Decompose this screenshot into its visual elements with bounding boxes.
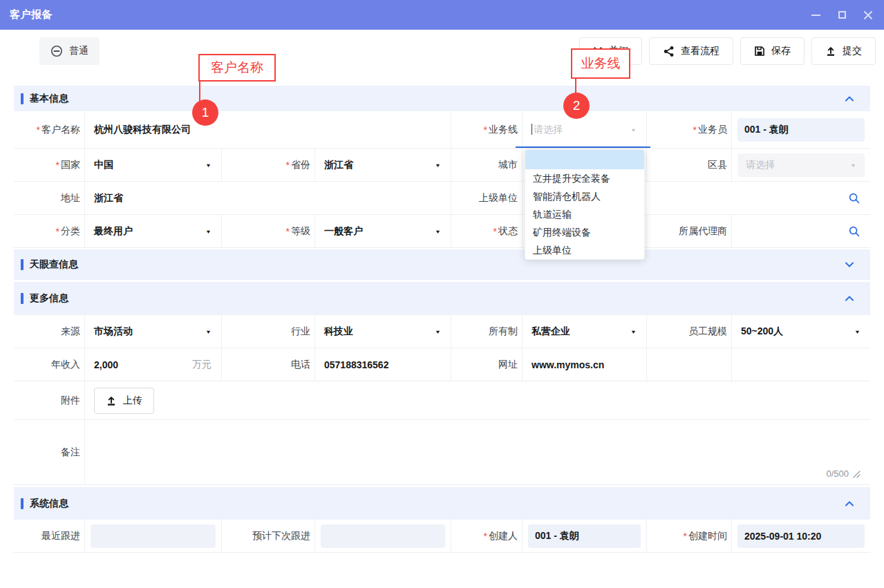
created-time-input[interactable]: 2025-09-01 10:20 xyxy=(737,524,865,548)
view-flow-button-label: 查看流程 xyxy=(681,45,720,57)
dropdown-option[interactable]: 上级单位 xyxy=(525,241,644,259)
status-label: *状态 xyxy=(451,215,522,247)
section-title: 基本信息 xyxy=(30,93,68,105)
view-flow-button[interactable]: 查看流程 xyxy=(649,37,733,65)
staff-size-select[interactable]: 50~200人▼ xyxy=(732,325,870,338)
district-select[interactable]: 请选择▼ xyxy=(737,153,865,177)
minimize-icon[interactable] xyxy=(811,10,820,20)
chevron-down-icon[interactable] xyxy=(844,259,855,270)
annual-income-label: 年收入 xyxy=(14,348,84,381)
salesman-input[interactable]: 001 - 袁朗 xyxy=(737,118,865,142)
creator-label: *创建人 xyxy=(451,520,522,552)
category-label: *分类 xyxy=(14,215,84,247)
creator-input[interactable]: 001 - 袁朗 xyxy=(528,524,641,548)
province-select[interactable]: 浙江省▼ xyxy=(315,159,451,171)
source-cell: 市场活动▼ xyxy=(84,315,221,348)
customer-name-value[interactable]: 杭州八骏科技有限公司 xyxy=(84,111,451,148)
attachment-label: 附件 xyxy=(14,381,84,419)
agent-label: 所属代理商 xyxy=(646,215,731,247)
form-row-attachment: 附件 上传 xyxy=(14,381,870,420)
business-line-label: *业务线 xyxy=(451,111,522,148)
next-follow-input[interactable] xyxy=(321,524,445,548)
district-label: 区县 xyxy=(646,149,731,181)
window-close-icon[interactable] xyxy=(863,10,873,20)
window-titlebar: 客户报备 xyxy=(0,0,884,30)
grade-label: *等级 xyxy=(221,215,314,247)
country-label: *国家 xyxy=(14,149,84,181)
ownership-cell: 私营企业▼ xyxy=(522,315,646,348)
industry-select[interactable]: 科技业▼ xyxy=(315,325,451,338)
source-select[interactable]: 市场活动▼ xyxy=(85,325,221,338)
income-unit: 万元 xyxy=(192,359,211,371)
section-header-more-info: 更多信息 xyxy=(14,282,870,315)
next-follow-cell xyxy=(314,520,451,552)
address-value[interactable]: 浙江省 xyxy=(84,182,451,214)
dropdown-arrow-icon: ▼ xyxy=(435,328,441,334)
staff-size-label: 员工规模 xyxy=(646,315,731,348)
save-icon xyxy=(754,46,765,57)
upload-icon xyxy=(825,46,836,57)
form-row-system: 最近跟进 预计下次跟进 *创建人 001 - 袁朗 *创建时间 2025-09-… xyxy=(14,520,870,553)
dropdown-arrow-icon: ▼ xyxy=(850,162,856,168)
district-cell: 请选择▼ xyxy=(731,149,870,181)
chevron-up-icon[interactable] xyxy=(844,93,855,104)
phone-value[interactable]: 057188316562 xyxy=(314,348,451,381)
dropdown-arrow-icon: ▼ xyxy=(205,328,211,334)
category-select[interactable]: 最终用户▼ xyxy=(85,225,221,238)
remark-textarea[interactable]: 0/500 xyxy=(84,420,870,484)
search-icon[interactable] xyxy=(848,192,861,205)
upload-button[interactable]: 上传 xyxy=(94,388,154,414)
maximize-icon[interactable] xyxy=(837,10,847,20)
ownership-select[interactable]: 私营企业▼ xyxy=(523,325,646,338)
dropdown-option[interactable]: 智能清仓机器人 xyxy=(525,187,644,205)
dropdown-arrow-icon: ▼ xyxy=(205,162,211,168)
agent-cell[interactable] xyxy=(731,215,870,247)
next-follow-label: 预计下次跟进 xyxy=(221,520,314,552)
last-follow-input[interactable] xyxy=(91,524,216,548)
resize-handle-icon[interactable] xyxy=(852,470,861,478)
customer-report-window: 客户报备 普通 关闭 查看流程 xyxy=(0,0,884,588)
province-cell: 浙江省▼ xyxy=(314,149,451,181)
annual-income-cell[interactable]: 2,000万元 xyxy=(84,348,221,381)
customer-name-label: *客户名称 xyxy=(14,111,84,148)
country-select[interactable]: 中国▼ xyxy=(85,159,221,171)
type-tag-label: 普通 xyxy=(69,45,88,57)
business-line-select[interactable]: 请选择 ▼ xyxy=(523,124,646,136)
dropdown-option[interactable]: 矿用终端设备 xyxy=(525,223,644,241)
website-value[interactable]: www.mymos.cn xyxy=(522,348,646,381)
section-accent-bar xyxy=(21,93,23,104)
province-label: *省份 xyxy=(221,149,314,181)
minus-circle-icon xyxy=(50,45,63,57)
city-label: 城市 xyxy=(451,149,522,181)
toolbar: 普通 关闭 查看流程 保存 提交 xyxy=(0,30,884,78)
grade-cell: 一般客户▼ xyxy=(314,215,451,247)
parent-org-label: 上级单位 xyxy=(451,182,522,214)
dropdown-option[interactable]: 轨道运输 xyxy=(525,205,644,223)
dropdown-option[interactable]: 立井提升安全装备 xyxy=(525,169,644,187)
salesman-cell: 001 - 袁朗 xyxy=(731,111,870,148)
submit-button[interactable]: 提交 xyxy=(811,37,876,65)
remark-counter: 0/500 xyxy=(826,468,861,479)
business-line-cell: 请选择 ▼ xyxy=(522,111,646,148)
submit-button-label: 提交 xyxy=(843,45,862,57)
chevron-up-icon[interactable] xyxy=(844,293,855,304)
annotation-step-badge: 2 xyxy=(563,93,590,119)
type-tag[interactable]: 普通 xyxy=(39,37,100,65)
annotation-box-customer-name: 客户名称 xyxy=(198,54,276,82)
chevron-up-icon[interactable] xyxy=(844,498,855,509)
search-icon[interactable] xyxy=(848,225,861,238)
address-label: 地址 xyxy=(14,182,84,214)
grade-select[interactable]: 一般客户▼ xyxy=(315,225,451,238)
dropdown-option[interactable] xyxy=(525,150,644,169)
industry-label: 行业 xyxy=(221,315,314,348)
section-title: 天眼查信息 xyxy=(30,258,78,271)
form-row-customer-name: *客户名称 杭州八骏科技有限公司 *业务线 请选择 ▼ *业务员 001 - 袁… xyxy=(14,111,870,149)
annotation-connector xyxy=(199,82,200,102)
share-icon xyxy=(663,46,675,57)
customer-form: 基本信息 *客户名称 杭州八骏科技有限公司 *业务线 请选择 ▼ *业务员 00… xyxy=(14,86,870,553)
industry-cell: 科技业▼ xyxy=(314,315,451,348)
attachment-cell: 上传 xyxy=(84,381,870,419)
empty-cell xyxy=(731,348,870,381)
save-button[interactable]: 保存 xyxy=(740,37,805,65)
select-focus-underline xyxy=(516,146,650,148)
